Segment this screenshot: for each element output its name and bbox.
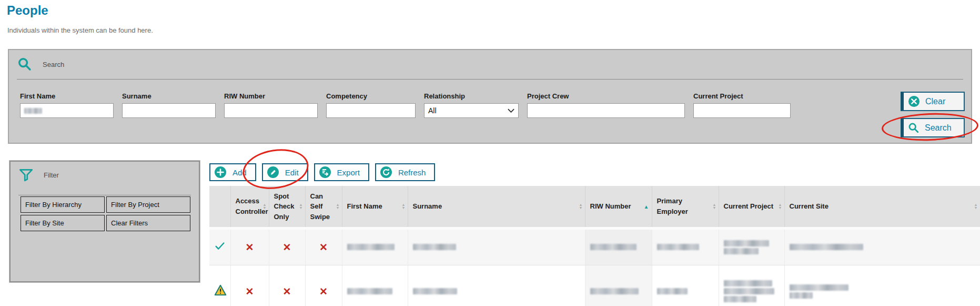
current-project-label: Current Project — [693, 92, 791, 100]
current-project-cell — [719, 265, 784, 306]
riw-number-cell — [585, 265, 652, 306]
column-header-current-project[interactable]: Current Project ▲▼ — [719, 186, 784, 228]
competency-input[interactable] — [326, 103, 416, 118]
column-header-first-name[interactable]: First Name ▲▼ — [342, 186, 408, 228]
search-button[interactable]: Search — [901, 118, 965, 137]
refresh-button-label: Refresh — [398, 168, 426, 177]
column-header-can-self-swipe[interactable]: Can Self Swipe ▲▼ — [305, 186, 342, 228]
redacted-value — [24, 108, 42, 114]
first-name-input[interactable] — [20, 103, 114, 118]
cross-icon: ✕ — [246, 242, 254, 253]
table-row[interactable]: ✕ ✕ ✕ — [209, 265, 980, 306]
cross-icon: ✕ — [319, 242, 328, 253]
plus-circle-icon — [214, 166, 227, 179]
project-crew-label: Project Crew — [527, 92, 685, 100]
filter-funnel-icon — [19, 169, 33, 182]
first-name-label: First Name — [20, 92, 114, 100]
field-riw-number: RIW Number — [224, 92, 318, 118]
cross-icon: ✕ — [319, 286, 328, 297]
access-controller-cell: ✕ — [230, 228, 269, 265]
primary-employer-cell — [652, 265, 719, 306]
page-subtitle: Individuals within the system can be fou… — [7, 26, 153, 34]
chevron-down-icon — [508, 108, 514, 113]
column-header-status — [209, 186, 230, 228]
column-header-surname[interactable]: Surname ▲▼ — [408, 186, 585, 228]
sort-icon: ▲▼ — [402, 203, 406, 210]
surname-cell — [408, 228, 585, 265]
riw-number-input[interactable] — [224, 103, 318, 118]
sort-icon: ▲▼ — [974, 203, 978, 210]
current-project-cell — [719, 228, 784, 265]
field-project-crew: Project Crew — [527, 92, 685, 118]
surname-input[interactable] — [122, 103, 216, 118]
edit-button[interactable]: Edit — [262, 163, 308, 181]
first-name-cell — [342, 265, 408, 306]
sort-icon: ▲▼ — [263, 203, 267, 210]
clear-circle-icon — [908, 95, 920, 107]
column-header-riw-number[interactable]: RIW Number ▲ — [585, 186, 652, 228]
sort-icon: ▲▼ — [336, 203, 340, 210]
table-row[interactable]: ✕ ✕ ✕ — [209, 228, 980, 265]
competency-label: Competency — [326, 92, 416, 100]
clear-button[interactable]: Clear — [901, 92, 965, 111]
add-button[interactable]: Add — [209, 163, 256, 181]
project-crew-input[interactable] — [527, 103, 685, 118]
filter-by-hierarchy-button[interactable]: Filter By Hierarchy — [21, 196, 105, 213]
cross-icon: ✕ — [283, 242, 291, 253]
page-title: People — [7, 3, 48, 18]
sort-ascending-icon: ▲ — [644, 202, 649, 210]
column-header-current-site[interactable]: Current Site ▲▼ — [784, 186, 980, 228]
column-header-primary-employer[interactable]: Primary Employer ▲▼ — [652, 186, 719, 228]
spot-check-only-cell: ✕ — [269, 228, 305, 265]
column-header-spot-check-only[interactable]: Spot Check Only ▲▼ — [269, 186, 305, 228]
search-panel: Search First Name Surname RIW Number Com… — [8, 49, 972, 144]
can-self-swipe-cell: ✕ — [305, 265, 342, 306]
first-name-cell — [342, 228, 408, 265]
cross-icon: ✕ — [283, 286, 291, 297]
grid-toolbar: Add Edit Export Refresh — [209, 163, 435, 181]
sort-icon: ▲▼ — [779, 203, 782, 210]
primary-employer-cell — [652, 228, 719, 265]
add-button-label: Add — [233, 168, 247, 177]
current-site-cell — [784, 265, 980, 306]
search-button-label: Search — [925, 123, 952, 133]
divider — [18, 195, 191, 195]
status-cell — [209, 265, 230, 306]
sort-icon: ▲▼ — [299, 203, 303, 210]
filter-panel: Filter Filter By Hierarchy Filter By Pro… — [9, 161, 200, 282]
surname-cell — [408, 265, 585, 306]
riw-number-cell — [585, 228, 652, 265]
surname-label: Surname — [122, 92, 216, 100]
riw-number-label: RIW Number — [224, 92, 318, 100]
table-header-row: Access Controller ▲▼ Spot Check Only ▲▼ … — [209, 186, 980, 228]
field-current-project: Current Project — [693, 92, 791, 118]
people-table: Access Controller ▲▼ Spot Check Only ▲▼ … — [209, 186, 980, 306]
relationship-selected-value: All — [428, 106, 437, 115]
edit-button-label: Edit — [285, 168, 299, 177]
field-competency: Competency — [326, 92, 416, 118]
filter-by-project-button[interactable]: Filter By Project — [106, 196, 190, 213]
access-controller-cell: ✕ — [230, 265, 269, 306]
column-header-access-controller[interactable]: Access Controller ▲▼ — [230, 186, 269, 228]
field-surname: Surname — [122, 92, 216, 118]
relationship-label: Relationship — [424, 92, 519, 100]
current-project-input[interactable] — [693, 103, 791, 118]
export-button-label: Export — [337, 168, 360, 177]
sort-icon: ▲▼ — [579, 203, 583, 210]
export-button[interactable]: Export — [314, 163, 369, 181]
filter-panel-title: Filter — [44, 171, 59, 179]
people-page: People Individuals within the system can… — [0, 0, 980, 306]
export-circle-icon — [319, 166, 331, 179]
clear-button-label: Clear — [925, 97, 945, 106]
pencil-circle-icon — [267, 166, 279, 179]
refresh-button[interactable]: Refresh — [375, 163, 436, 181]
sort-icon: ▲▼ — [713, 203, 716, 210]
status-cell — [209, 228, 230, 265]
can-self-swipe-cell: ✕ — [305, 228, 342, 265]
relationship-select[interactable]: All — [424, 103, 519, 118]
warning-icon — [214, 289, 227, 298]
filter-by-site-button[interactable]: Filter By Site — [21, 215, 105, 231]
clear-filters-button[interactable]: Clear Filters — [106, 215, 190, 231]
search-panel-title: Search — [43, 61, 64, 68]
check-icon — [214, 244, 226, 253]
